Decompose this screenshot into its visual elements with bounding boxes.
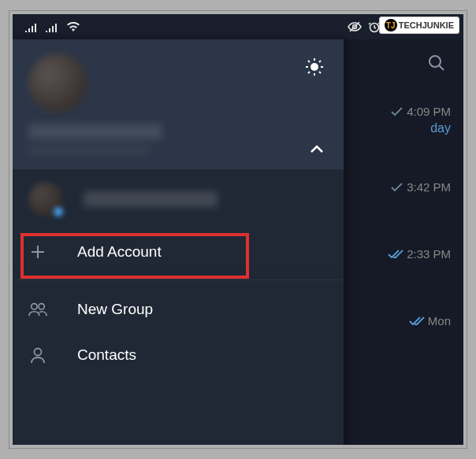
chat-list-item[interactable]: 3:42 PM xyxy=(337,154,463,220)
search-icon[interactable] xyxy=(427,54,446,72)
collapse-accounts-icon[interactable] xyxy=(309,144,325,155)
plus-icon xyxy=(28,243,47,261)
chat-list-background: 4:09 PM day 3:42 PM 2:33 PM xyxy=(337,39,463,448)
svg-line-12 xyxy=(308,72,310,73)
menu-contacts[interactable]: Contacts xyxy=(13,332,344,378)
drawer-header xyxy=(13,39,344,169)
chat-list-item[interactable]: 4:09 PM day xyxy=(337,87,463,154)
account-active-badge xyxy=(52,205,65,218)
check-icon xyxy=(391,107,403,117)
svg-line-13 xyxy=(319,61,321,62)
menu-label: New Group xyxy=(77,301,153,318)
account-row[interactable] xyxy=(13,169,344,229)
svg-point-14 xyxy=(32,304,37,309)
svg-point-15 xyxy=(39,304,44,309)
svg-line-11 xyxy=(319,72,321,73)
watermark-logo: TJ xyxy=(385,19,397,31)
svg-point-16 xyxy=(35,349,42,356)
watermark: TJ TECHJUNKIE xyxy=(379,17,459,34)
account-avatar xyxy=(28,182,63,217)
nav-drawer: Add Account New Group Contacts xyxy=(13,39,344,448)
check-double-icon xyxy=(409,316,425,326)
profile-avatar[interactable] xyxy=(28,54,87,113)
account-name xyxy=(84,191,218,207)
svg-line-4 xyxy=(439,65,444,70)
chat-list-item[interactable]: 2:33 PM xyxy=(337,220,463,287)
signal-icon xyxy=(25,21,38,32)
wifi-icon xyxy=(66,21,80,32)
watermark-text: TECHJUNKIE xyxy=(399,20,454,30)
chat-time: 4:09 PM xyxy=(407,105,451,118)
menu-label: Contacts xyxy=(77,346,136,364)
profile-name xyxy=(28,124,162,139)
signal-sim2-icon xyxy=(46,21,58,32)
chat-time: Mon xyxy=(428,314,451,328)
device-frame: TJ TECHJUNKIE 32 4:15 xyxy=(9,11,467,448)
add-account-label: Add Account xyxy=(77,243,162,261)
contact-icon xyxy=(28,346,47,364)
check-icon xyxy=(391,183,403,192)
add-account-button[interactable]: Add Account xyxy=(13,229,344,275)
check-double-icon xyxy=(388,250,403,259)
chat-time: 3:42 PM xyxy=(407,180,451,194)
eye-icon xyxy=(348,21,362,32)
theme-toggle-icon[interactable] xyxy=(304,57,325,77)
svg-line-10 xyxy=(308,61,310,62)
chat-list-item[interactable]: Mon xyxy=(337,287,463,354)
chat-time: 2:33 PM xyxy=(407,247,451,261)
group-icon xyxy=(28,302,47,317)
chat-day-label: day xyxy=(430,121,451,135)
profile-phone xyxy=(28,144,151,155)
menu-new-group[interactable]: New Group xyxy=(13,287,344,332)
divider xyxy=(13,279,344,280)
svg-point-3 xyxy=(430,56,441,67)
svg-point-5 xyxy=(311,63,318,71)
